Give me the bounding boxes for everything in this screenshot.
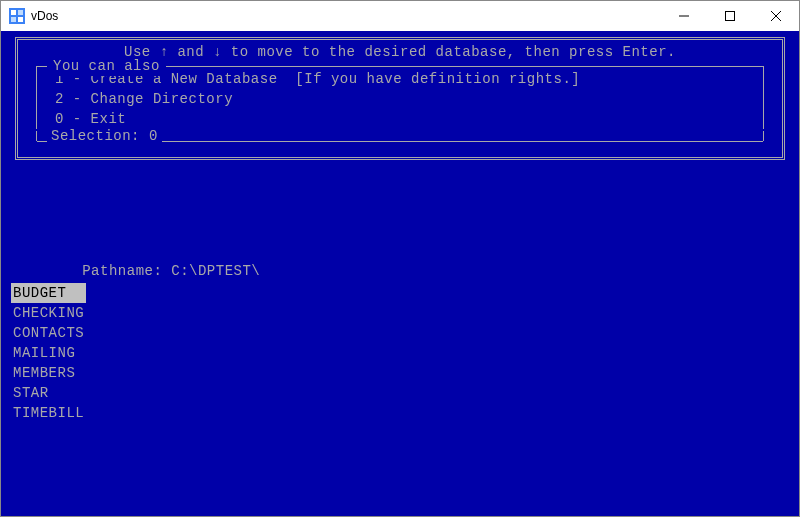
content-area: Pathname: C:\DPTEST\ BUDGET CHECKINGCONT… [5, 241, 795, 423]
terminal-area: Use ↑ and ↓ to move to the desired datab… [1, 31, 799, 516]
window-title: vDos [31, 9, 58, 23]
database-item[interactable]: MEMBERS [11, 363, 77, 383]
svg-rect-4 [18, 17, 23, 22]
selection-line: Selection: 0 [36, 131, 764, 151]
options-group: You can also 1 - Create a New Database [… [36, 66, 764, 129]
app-window: vDos Use ↑ and ↓ to move to the desired … [0, 0, 800, 517]
option-change-directory[interactable]: 2 - Change Directory [37, 89, 763, 109]
minimize-button[interactable] [661, 1, 707, 31]
database-list[interactable]: BUDGET CHECKINGCONTACTSMAILINGMEMBERSSTA… [11, 283, 795, 423]
svg-rect-2 [18, 10, 23, 15]
app-icon [9, 8, 25, 24]
database-item[interactable]: STAR [11, 383, 51, 403]
database-item[interactable]: BUDGET [11, 283, 86, 303]
pathname-value: C:\DPTEST\ [171, 263, 260, 279]
selection-label: Selection: 0 [47, 126, 162, 146]
pathname-row: Pathname: C:\DPTEST\ [5, 241, 795, 261]
svg-rect-1 [11, 10, 16, 15]
close-button[interactable] [753, 1, 799, 31]
database-item[interactable]: MAILING [11, 343, 77, 363]
database-item[interactable]: CHECKING [11, 303, 86, 323]
option-exit[interactable]: 0 - Exit [37, 109, 763, 129]
database-item[interactable]: CONTACTS [11, 323, 86, 343]
selection-value[interactable]: 0 [149, 128, 158, 144]
database-item[interactable]: TIMEBILL [11, 403, 86, 423]
svg-rect-3 [11, 17, 16, 22]
options-legend: You can also [47, 56, 166, 76]
titlebar[interactable]: vDos [1, 1, 799, 31]
maximize-button[interactable] [707, 1, 753, 31]
svg-rect-5 [726, 12, 735, 21]
instruction-box: Use ↑ and ↓ to move to the desired datab… [15, 37, 785, 160]
pathname-label: Pathname: [82, 263, 171, 279]
